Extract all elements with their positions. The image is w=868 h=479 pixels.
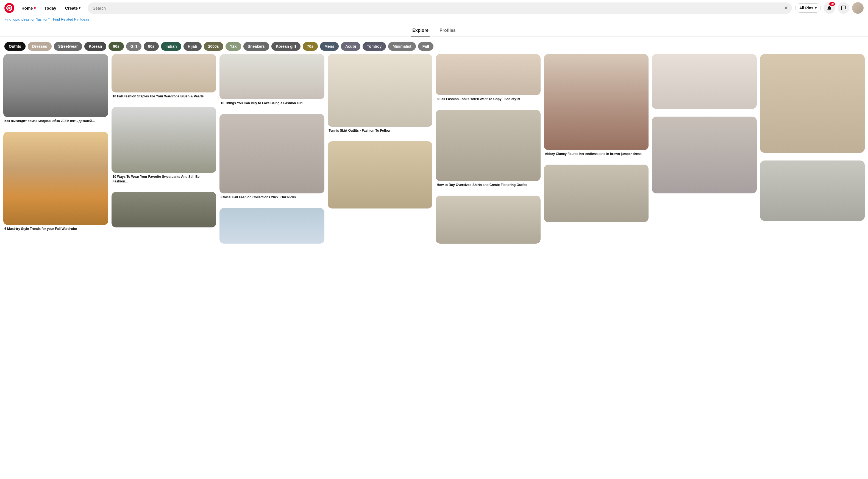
chip-dresses[interactable]: Dresses bbox=[28, 42, 52, 51]
grid-column-5: Abbey Clancy flaunts her endless pins in… bbox=[544, 54, 649, 248]
pin-title-pin6: 10 Things You Can Buy to Fake Being a Fa… bbox=[219, 99, 324, 106]
pin-title-pin3: 10 Fall Fashion Staples For Your Wardrob… bbox=[112, 93, 216, 99]
pin-card-pin10[interactable] bbox=[328, 141, 433, 208]
search-clear-icon[interactable]: ✕ bbox=[784, 5, 788, 11]
tab-profiles[interactable]: Profiles bbox=[438, 26, 457, 36]
nav-today[interactable]: Today bbox=[41, 4, 60, 12]
nav-create[interactable]: Create ▾ bbox=[61, 4, 85, 12]
pinterest-logo[interactable] bbox=[4, 3, 14, 13]
chip-mens[interactable]: Mens bbox=[320, 42, 339, 51]
pin-card-pin12[interactable]: How to Buy Oversized Shirts and Create F… bbox=[436, 110, 540, 188]
chip-80s[interactable]: 80s bbox=[144, 42, 159, 51]
nav-today-label: Today bbox=[44, 6, 56, 10]
chip-girl[interactable]: Girl bbox=[126, 42, 142, 51]
pin-card-pin15[interactable] bbox=[544, 165, 649, 222]
chip-tomboy[interactable]: Tomboy bbox=[363, 42, 386, 51]
chip-acubi[interactable]: Acubi bbox=[341, 42, 361, 51]
messages-button[interactable] bbox=[838, 2, 849, 14]
chip-korean-girl[interactable]: Korean girl bbox=[271, 42, 301, 51]
notifications-button[interactable]: 69 bbox=[824, 2, 835, 14]
pin-card-pin1[interactable]: Как выглядит самая модная юбка 2021: пят… bbox=[3, 54, 108, 124]
pin-title-pin12: How to Buy Oversized Shirts and Create F… bbox=[436, 181, 540, 188]
chip-streetwear[interactable]: Streetwear bbox=[54, 42, 83, 51]
search-suggestions: Find topic ideas for "fashion" Find Rela… bbox=[0, 16, 868, 23]
chip-outfits[interactable]: Outfits bbox=[4, 42, 26, 51]
grid-column-0: Как выглядит самая модная юбка 2021: пят… bbox=[3, 54, 108, 248]
pin-card-pin18[interactable] bbox=[760, 54, 865, 153]
nav-home-label: Home bbox=[22, 6, 33, 10]
related-pins-link[interactable]: Find Related Pin Ideas bbox=[53, 17, 89, 22]
nav-create-label: Create bbox=[65, 6, 78, 10]
nav-items: Home Today Create ▾ bbox=[18, 4, 84, 12]
pin-card-pin7[interactable]: Ethical Fall Fashion Collections 2022: O… bbox=[219, 114, 324, 200]
pin-card-pin9[interactable]: Tennis Skirt Outfits - Fashion To Follow bbox=[328, 54, 433, 134]
pin-card-pin5[interactable] bbox=[112, 192, 216, 228]
all-pins-button[interactable]: All Pins ▾ bbox=[795, 3, 821, 12]
avatar[interactable] bbox=[852, 2, 864, 14]
grid-column-2: 10 Things You Can Buy to Fake Being a Fa… bbox=[219, 54, 324, 248]
tabs: Explore Profiles bbox=[0, 23, 868, 36]
all-pins-label: All Pins bbox=[799, 6, 813, 10]
pin-title-pin14: Abbey Clancy flaunts her endless pins in… bbox=[544, 150, 649, 157]
pin-card-pin19[interactable] bbox=[760, 161, 865, 221]
topic-ideas-link[interactable]: Find topic ideas for "fashion" bbox=[4, 17, 50, 22]
home-dot bbox=[34, 7, 36, 9]
grid-column-7 bbox=[760, 54, 865, 248]
grid-column-4: 8 Fall Fashion Looks You'll Want To Copy… bbox=[436, 54, 540, 248]
app-header: Home Today Create ▾ fashion ✕ All Pins ▾… bbox=[0, 0, 868, 16]
chip-70s[interactable]: 70s bbox=[303, 42, 318, 51]
grid-column-1: 10 Fall Fashion Staples For Your Wardrob… bbox=[112, 54, 216, 248]
pin-card-pin16[interactable] bbox=[652, 54, 757, 109]
chip-indian[interactable]: Indian bbox=[161, 42, 181, 51]
all-pins-chevron-icon: ▾ bbox=[815, 6, 817, 10]
pin-title-pin11: 8 Fall Fashion Looks You'll Want To Copy… bbox=[436, 95, 540, 102]
grid-column-3: Tennis Skirt Outfits - Fashion To Follow bbox=[328, 54, 433, 248]
chip-minimalist[interactable]: Minimalist bbox=[388, 42, 415, 51]
pin-title-pin9: Tennis Skirt Outfits - Fashion To Follow bbox=[328, 127, 433, 134]
pin-card-pin2[interactable]: 6 Must-try Style Trends for your Fall Wa… bbox=[3, 132, 108, 232]
chip-korean[interactable]: Korean bbox=[84, 42, 106, 51]
pin-title-pin7: Ethical Fall Fashion Collections 2022: O… bbox=[219, 194, 324, 200]
search-input[interactable]: fashion bbox=[88, 2, 792, 14]
pin-title-pin2: 6 Must-try Style Trends for your Fall Wa… bbox=[3, 225, 108, 232]
notification-badge: 69 bbox=[829, 2, 835, 6]
grid-column-6 bbox=[652, 54, 757, 248]
filter-chips: OutfitsDressesStreetwearKorean90sGirl80s… bbox=[0, 40, 868, 54]
chip-2000s[interactable]: 2000s bbox=[204, 42, 223, 51]
pin-card-pin4[interactable]: 10 Ways To Wear Your Favorite Sweatpants… bbox=[112, 107, 216, 184]
pin-card-pin8[interactable] bbox=[219, 208, 324, 244]
pin-card-pin6[interactable]: 10 Things You Can Buy to Fake Being a Fa… bbox=[219, 54, 324, 106]
nav-home[interactable]: Home bbox=[18, 4, 39, 12]
pin-card-pin11[interactable]: 8 Fall Fashion Looks You'll Want To Copy… bbox=[436, 54, 540, 102]
pin-card-pin14[interactable]: Abbey Clancy flaunts her endless pins in… bbox=[544, 54, 649, 157]
chip-hijab[interactable]: Hijab bbox=[184, 42, 202, 51]
tab-explore[interactable]: Explore bbox=[411, 26, 430, 36]
pin-title-pin4: 10 Ways To Wear Your Favorite Sweatpants… bbox=[112, 173, 216, 184]
chevron-down-icon: ▾ bbox=[79, 6, 81, 10]
chip-90s[interactable]: 90s bbox=[108, 42, 124, 51]
chip-sneakers[interactable]: Sneakers bbox=[243, 42, 269, 51]
chip-y2k[interactable]: Y2k bbox=[225, 42, 241, 51]
pin-title-pin1: Как выглядит самая модная юбка 2021: пят… bbox=[3, 117, 108, 124]
pin-card-pin3[interactable]: 10 Fall Fashion Staples For Your Wardrob… bbox=[112, 54, 216, 99]
search-bar: fashion ✕ bbox=[88, 2, 792, 14]
pins-grid: Как выглядит самая модная юбка 2021: пят… bbox=[0, 54, 868, 248]
chip-fall[interactable]: Fall bbox=[418, 42, 433, 51]
pin-card-pin13[interactable] bbox=[436, 196, 540, 244]
header-right: All Pins ▾ 69 bbox=[795, 2, 864, 14]
pin-card-pin17[interactable] bbox=[652, 116, 757, 194]
